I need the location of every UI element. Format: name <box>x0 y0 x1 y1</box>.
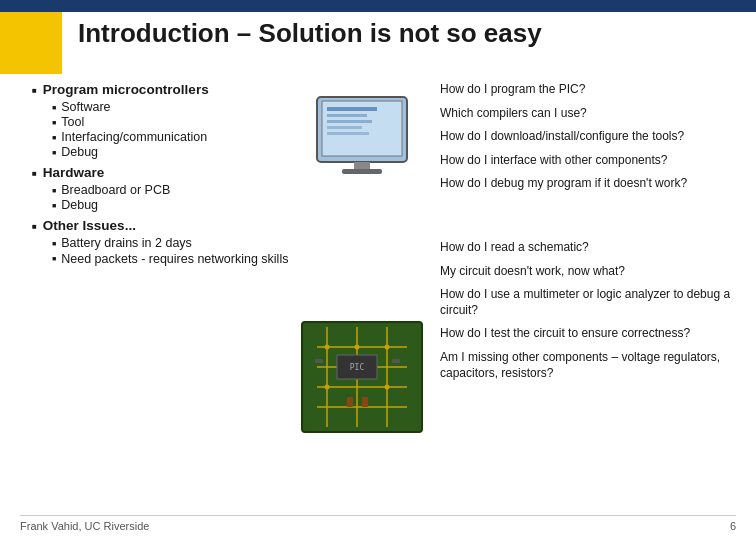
other-main-bullet: ■ Other Issues... <box>32 218 300 233</box>
question-3: How do I interface with other components… <box>440 153 736 169</box>
footer-credit: Frank Vahid, UC Riverside <box>20 520 149 532</box>
program-section: ■ Program microcontrollers ■ Software ■ … <box>32 82 300 159</box>
svg-rect-20 <box>392 359 400 363</box>
left-column: ■ Program microcontrollers ■ Software ■ … <box>32 82 300 273</box>
question-5: How do I read a schematic? <box>440 240 736 256</box>
sub-bullet-icon: ■ <box>52 240 56 247</box>
right-column: How do I program the PIC? Which compiler… <box>440 82 736 389</box>
sub-interfacing: ■ Interfacing/communication <box>52 130 300 144</box>
question-0: How do I program the PIC? <box>440 82 736 98</box>
slide: Introduction – Solution is not so easy ■… <box>0 0 756 540</box>
program-label: Program microcontrollers <box>43 82 209 97</box>
sub-software-label: Software <box>61 100 110 114</box>
svg-rect-21 <box>347 397 353 407</box>
sub-interfacing-label: Interfacing/communication <box>61 130 207 144</box>
hardware-main-bullet: ■ Hardware <box>32 165 300 180</box>
sub-network: ■ Need packets - requires networking ski… <box>52 251 300 267</box>
computer-svg <box>307 92 417 192</box>
slide-title: Introduction – Solution is not so easy <box>78 18 736 49</box>
sub-battery: ■ Battery drains in 2 days <box>52 236 300 250</box>
sub-bullet-icon: ■ <box>52 187 56 194</box>
circuit-image: PIC <box>292 312 432 442</box>
sub-debug1-label: Debug <box>61 145 98 159</box>
bullet-icon: ■ <box>32 169 37 178</box>
sub-network-label: Need packets - requires networking skill… <box>61 251 288 267</box>
sub-tool: ■ Tool <box>52 115 300 129</box>
footer-page: 6 <box>730 520 736 532</box>
svg-rect-5 <box>327 126 362 129</box>
svg-rect-2 <box>327 107 377 111</box>
sub-bullet-icon: ■ <box>52 149 56 156</box>
sub-bullet-icon: ■ <box>52 202 56 209</box>
question-9: Am I missing other components – voltage … <box>440 350 736 381</box>
title-area: Introduction – Solution is not so easy <box>78 18 736 49</box>
sub-debug1: ■ Debug <box>52 145 300 159</box>
sub-debug2-label: Debug <box>61 198 98 212</box>
other-section: ■ Other Issues... ■ Battery drains in 2 … <box>32 218 300 267</box>
program-main-bullet: ■ Program microcontrollers <box>32 82 300 97</box>
svg-rect-6 <box>327 132 369 135</box>
svg-point-26 <box>325 385 330 390</box>
svg-text:PIC: PIC <box>350 363 365 372</box>
content-area: ■ Program microcontrollers ■ Software ■ … <box>20 82 736 504</box>
sub-software: ■ Software <box>52 100 300 114</box>
sub-debug2: ■ Debug <box>52 198 300 212</box>
svg-point-24 <box>355 345 360 350</box>
svg-point-27 <box>385 385 390 390</box>
hardware-section: ■ Hardware ■ Breadboard or PCB ■ Debug <box>32 165 300 212</box>
other-label: Other Issues... <box>43 218 136 233</box>
sub-bullet-icon: ■ <box>52 134 56 141</box>
yellow-square <box>0 12 62 74</box>
bullet-icon: ■ <box>32 222 37 231</box>
svg-rect-19 <box>315 359 323 363</box>
question-6: My circuit doesn't work, now what? <box>440 264 736 280</box>
sub-bullet-icon: ■ <box>52 119 56 126</box>
svg-point-25 <box>385 345 390 350</box>
svg-rect-3 <box>327 114 367 117</box>
circuit-svg: PIC <box>297 317 427 437</box>
sub-tool-label: Tool <box>61 115 84 129</box>
top-bar <box>0 0 756 12</box>
sub-battery-label: Battery drains in 2 days <box>61 236 192 250</box>
sub-breadboard-label: Breadboard or PCB <box>61 183 170 197</box>
question-2: How do I download/install/configure the … <box>440 129 736 145</box>
sub-bullet-icon: ■ <box>52 104 56 111</box>
svg-rect-7 <box>354 162 370 170</box>
question-8: How do I test the circuit to ensure corr… <box>440 326 736 342</box>
question-1: Which compilers can I use? <box>440 106 736 122</box>
hardware-label: Hardware <box>43 165 105 180</box>
svg-rect-22 <box>362 397 368 407</box>
svg-point-23 <box>325 345 330 350</box>
svg-rect-4 <box>327 120 372 123</box>
question-4: How do I debug my program if it doesn't … <box>440 176 736 192</box>
svg-rect-8 <box>342 169 382 174</box>
bullet-icon: ■ <box>32 86 37 95</box>
question-7: How do I use a multimeter or logic analy… <box>440 287 736 318</box>
footer: Frank Vahid, UC Riverside 6 <box>20 515 736 532</box>
sub-breadboard: ■ Breadboard or PCB <box>52 183 300 197</box>
computer-image <box>292 82 432 202</box>
sub-bullet-icon: ■ <box>52 255 56 262</box>
